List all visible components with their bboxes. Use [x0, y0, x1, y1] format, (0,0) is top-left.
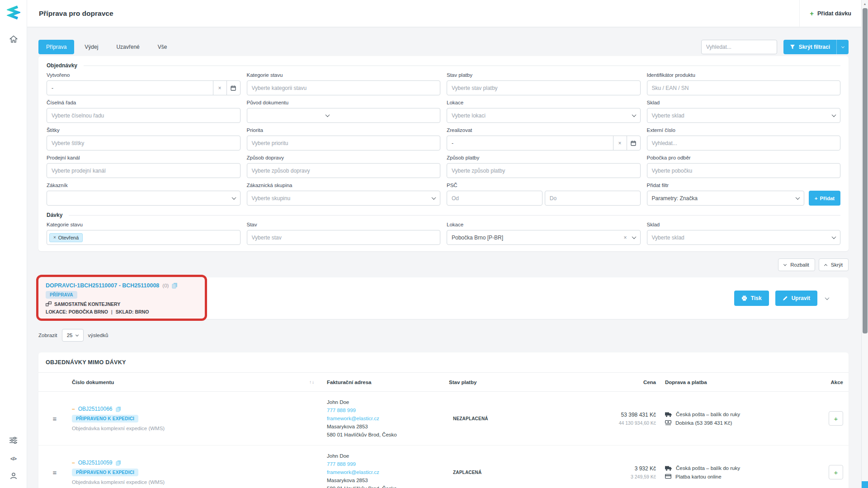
filter-stav-platby: Stav platby [447, 72, 641, 95]
copy-icon[interactable] [172, 282, 178, 289]
separator: | [111, 309, 113, 314]
customer-email[interactable]: framework@elasticr.cz [327, 414, 449, 422]
plus-icon: + [834, 469, 838, 476]
sort-desc-icon[interactable]: ↓ [312, 380, 314, 385]
stav-platby-input[interactable] [447, 85, 640, 91]
tab-priprava[interactable]: Příprava [38, 40, 74, 54]
filter-zakaznicka-skupina: Zákaznická skupina Vyberte skupinu [247, 183, 441, 206]
zakaznik-select[interactable] [47, 191, 241, 206]
filter-settings-icon[interactable] [9, 437, 17, 445]
zpusob-dopravy-input[interactable] [247, 168, 440, 174]
home-icon[interactable] [6, 33, 21, 45]
pridat-filtr-select[interactable]: Parametry: Značka [647, 191, 805, 206]
remove-tag-icon[interactable]: × [53, 235, 56, 240]
print-button[interactable]: Tisk [734, 291, 769, 306]
app-logo[interactable] [0, 0, 27, 26]
order-status-badge: PŘIPRAVENO K EXPEDICI [72, 469, 138, 476]
zrealizovat-input[interactable] [447, 140, 613, 146]
vertical-scrollbar[interactable]: ▲ [861, 0, 868, 488]
priorita-input[interactable] [247, 140, 440, 146]
hide-filters-button[interactable]: Skrýt filtraci [783, 40, 849, 54]
clear-icon[interactable]: × [613, 136, 627, 150]
customer-email[interactable]: framework@elasticr.cz [327, 468, 449, 476]
zrealizovat-daterange: × [447, 136, 641, 150]
col-actions: Akce [805, 380, 843, 385]
customer-phone[interactable]: 777 888 999 [327, 406, 449, 414]
chevron-down-icon [796, 195, 800, 200]
batch-kategorie-tags[interactable]: × Otevřená [47, 230, 241, 245]
scrollbar-up-arrow[interactable]: ▲ [862, 0, 868, 7]
collapse-all-button[interactable]: Skrýt [819, 258, 849, 271]
chevron-down-icon [832, 113, 836, 117]
chevron-down-icon [231, 195, 236, 200]
drag-handle-icon[interactable]: ≡ [44, 469, 66, 476]
orders-table-title: OBJEDNÁVKY MIMO DÁVKY [38, 352, 849, 373]
copy-icon[interactable] [116, 460, 121, 466]
tab-uzavrene[interactable]: Uzavřené [108, 40, 147, 54]
lokace-select[interactable]: Vyberte lokaci [447, 108, 641, 123]
copy-icon[interactable] [116, 406, 121, 412]
edit-button[interactable]: Upravit [775, 291, 817, 306]
batch-filter-sklad: Sklad Vyberte sklad [647, 222, 841, 245]
order-row: ≡ – OBJ25110059 PŘIPRAVENO K EXPEDICI Ob… [38, 446, 849, 488]
skupina-select[interactable]: Vyberte skupinu [247, 191, 441, 206]
page-size-select[interactable]: 25 [62, 329, 84, 342]
customer-name: John Doe [327, 398, 449, 406]
add-batch-button[interactable]: + Přidat dávku [799, 0, 861, 27]
add-filter-button[interactable]: + Přidat [809, 191, 840, 206]
sort-asc-icon[interactable]: ↑ [309, 380, 311, 385]
sklad-select[interactable]: Vyberte sklad [647, 108, 841, 123]
prodejni-kanal-input[interactable] [47, 168, 240, 174]
hide-filters-main[interactable]: Skrýt filtraci [783, 44, 836, 50]
zpusob-platby-input[interactable] [447, 168, 640, 174]
doc-cell: – OBJ25110059 PŘIPRAVENO K EXPEDICI Obje… [66, 460, 327, 485]
drag-handle-icon[interactable]: ≡ [44, 415, 66, 422]
scrollbar-thumb[interactable] [863, 8, 868, 333]
filter-zpusob-dopravy: Způsob dopravy [247, 155, 441, 178]
clear-icon[interactable]: × [213, 81, 226, 95]
pencil-icon [783, 296, 788, 301]
sort-icons[interactable]: ↑ ↓ [309, 380, 327, 385]
add-to-batch-button[interactable]: + [829, 411, 843, 426]
filter-priorita: Priorita [247, 127, 441, 150]
tab-vydej[interactable]: Výdej [77, 40, 106, 54]
pobocka-input[interactable] [647, 168, 840, 174]
kategorie-stavu-input[interactable] [247, 85, 440, 91]
expand-all-button[interactable]: Rozbalit [778, 258, 815, 271]
externi-cislo-input[interactable] [647, 140, 840, 146]
tab-vse[interactable]: Vše [150, 40, 175, 54]
filter-pobocka: Pobočka pro odběr [647, 155, 841, 178]
col-billing-address: Fakturační adresa [327, 380, 449, 385]
scroll-corner-button[interactable] [862, 481, 868, 488]
batch-stav-input[interactable] [247, 235, 440, 241]
order-link[interactable]: OBJ25110059 [78, 460, 113, 466]
chevron-up-icon [824, 264, 827, 267]
psc-od-input[interactable] [447, 195, 542, 202]
puvod-select[interactable] [247, 114, 334, 117]
add-to-batch-button[interactable]: + [829, 465, 843, 479]
batch-link[interactable]: DOPRAVCI-1BCH25110007 - BCH25110008 [46, 282, 159, 289]
price-main: 3 932 Kč [576, 465, 656, 472]
calendar-icon[interactable] [627, 136, 640, 150]
batch-sklad-select[interactable]: Vyberte sklad [647, 230, 841, 245]
code-icon[interactable]: </> [10, 456, 16, 461]
ciselna-rada-input[interactable] [47, 113, 240, 119]
customer-phone[interactable]: 777 888 999 [327, 460, 449, 468]
tag-otevrena[interactable]: × Otevřená [49, 233, 83, 242]
user-icon[interactable] [10, 472, 17, 481]
search-input[interactable] [701, 40, 777, 54]
priority-dash-icon: – [72, 460, 75, 466]
calendar-icon[interactable] [226, 81, 240, 95]
vytvoreno-input[interactable] [47, 85, 213, 91]
customer-street: Masarykova 2853 [327, 476, 449, 484]
top-header: Příprava pro dopravce + Přidat dávku [27, 0, 868, 27]
identifikator-input[interactable] [647, 85, 840, 91]
psc-do-input[interactable] [545, 195, 640, 202]
payment-method: Platba kartou online [675, 474, 722, 479]
batch-expand-chevron[interactable] [824, 293, 830, 303]
filter-dropdown-caret[interactable] [836, 40, 849, 54]
clear-icon[interactable]: × [623, 235, 627, 241]
batch-lokace-select[interactable]: Pobočka Brno [P-BR] × [447, 230, 641, 245]
stitky-input[interactable] [47, 140, 240, 146]
order-link[interactable]: OBJ25110066 [78, 406, 113, 412]
